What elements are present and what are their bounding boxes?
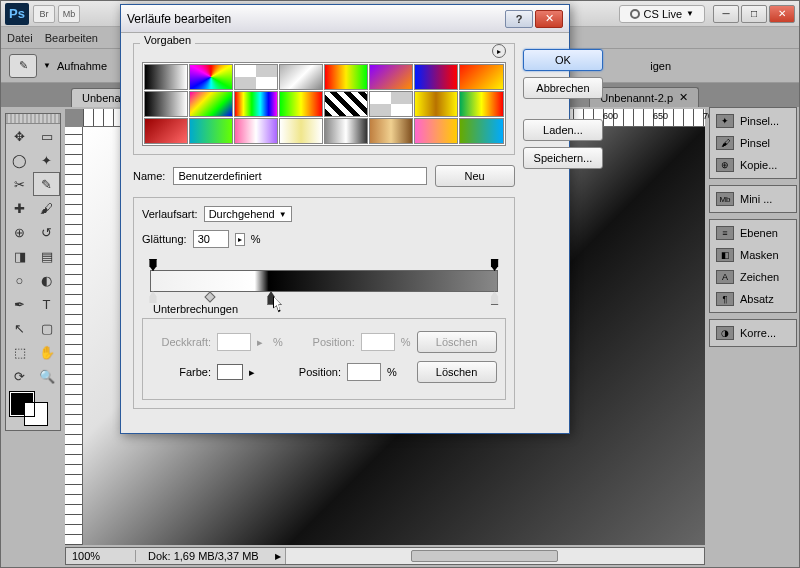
zoom-level[interactable]: 100%	[66, 550, 136, 562]
rotate-tool[interactable]: ⟳	[6, 364, 33, 388]
panel-item[interactable]: ◑Korre...	[710, 322, 796, 344]
panel-item[interactable]: ¶Absatz	[710, 288, 796, 310]
preset-swatch[interactable]	[144, 91, 188, 117]
position-input[interactable]	[347, 363, 381, 381]
menu-edit[interactable]: Bearbeiten	[45, 32, 98, 44]
chevron-right-icon[interactable]: ▸	[249, 366, 259, 379]
color-swatch[interactable]	[217, 364, 243, 380]
chevron-right-icon[interactable]: ▶	[271, 552, 285, 561]
doc-info[interactable]: Dok: 1,69 MB/3,37 MB	[136, 550, 271, 562]
preset-swatch[interactable]	[234, 64, 278, 90]
opacity-stop[interactable]	[147, 259, 159, 271]
panel-item[interactable]: MbMini ...	[710, 188, 796, 210]
chevron-down-icon[interactable]: ▼	[43, 61, 51, 70]
preset-swatch[interactable]	[189, 91, 233, 117]
preset-swatch[interactable]	[144, 118, 188, 144]
presets-menu-icon[interactable]: ▸	[492, 44, 506, 58]
shape-tool[interactable]: ▢	[33, 316, 60, 340]
preset-swatch[interactable]	[189, 64, 233, 90]
marquee-tool[interactable]: ▭	[33, 124, 60, 148]
panel-item[interactable]: AZeichen	[710, 266, 796, 288]
eyedropper-tool[interactable]: ✎	[33, 172, 60, 196]
color-swatches[interactable]	[6, 388, 60, 430]
stamp-tool[interactable]: ⊕	[6, 220, 33, 244]
scrollbar-horizontal[interactable]	[285, 548, 704, 564]
name-input[interactable]	[173, 167, 426, 185]
brush-tool[interactable]: 🖌	[33, 196, 60, 220]
preset-swatch[interactable]	[279, 91, 323, 117]
preset-swatch[interactable]	[459, 118, 503, 144]
opacity-stop[interactable]	[489, 259, 501, 271]
preset-swatch[interactable]	[369, 118, 413, 144]
dodge-tool[interactable]: ◐	[33, 268, 60, 292]
heal-tool[interactable]: ✚	[6, 196, 33, 220]
preset-swatch[interactable]	[279, 118, 323, 144]
preset-swatch[interactable]	[459, 64, 503, 90]
preset-swatch[interactable]	[324, 64, 368, 90]
move-tool[interactable]: ✥	[6, 124, 33, 148]
panel-item[interactable]: ◧Masken	[710, 244, 796, 266]
help-button[interactable]: ?	[505, 10, 533, 28]
preset-swatch[interactable]	[324, 91, 368, 117]
preset-swatch[interactable]	[144, 64, 188, 90]
panel-item[interactable]: ⊕Kopie...	[710, 154, 796, 176]
eraser-tool[interactable]: ◨	[6, 244, 33, 268]
preset-swatch[interactable]	[459, 91, 503, 117]
dialog-titlebar[interactable]: Verläufe bearbeiten ? ✕	[121, 5, 569, 33]
wand-tool[interactable]: ✦	[33, 148, 60, 172]
dialog-close-button[interactable]: ✕	[535, 10, 563, 28]
panel-item[interactable]: 🖌Pinsel	[710, 132, 796, 154]
color-stop-selected[interactable]	[265, 291, 277, 305]
cancel-button[interactable]: Abbrechen	[523, 77, 604, 99]
color-stop[interactable]	[489, 291, 501, 305]
preset-swatch[interactable]	[414, 91, 458, 117]
load-button[interactable]: Laden...	[523, 119, 604, 141]
minibridge-button[interactable]: Mb	[58, 5, 80, 23]
background-color[interactable]	[24, 402, 48, 426]
bridge-button[interactable]: Br	[33, 5, 55, 23]
type-tool[interactable]: T	[33, 292, 60, 316]
maximize-button[interactable]: □	[741, 5, 767, 23]
smoothness-input[interactable]	[193, 230, 229, 248]
gradient-editor-bar[interactable]	[142, 258, 506, 308]
panel-grip[interactable]	[6, 114, 60, 124]
new-button[interactable]: Neu	[435, 165, 515, 187]
panel-item[interactable]: ✦Pinsel...	[710, 110, 796, 132]
3d-tool[interactable]: ⬚	[6, 340, 33, 364]
minimize-button[interactable]: ─	[713, 5, 739, 23]
delete-color-stop-button[interactable]: Löschen	[417, 361, 497, 383]
ruler-vertical[interactable]	[65, 127, 83, 545]
save-button[interactable]: Speichern...	[523, 147, 604, 169]
preset-swatch[interactable]	[234, 91, 278, 117]
preset-swatch[interactable]	[414, 118, 458, 144]
hand-tool[interactable]: ✋	[33, 340, 60, 364]
path-tool[interactable]: ↖	[6, 316, 33, 340]
close-button[interactable]: ✕	[769, 5, 795, 23]
smoothness-stepper[interactable]: ▸	[235, 233, 245, 246]
eyedropper-icon[interactable]: ✎	[9, 54, 37, 78]
lasso-tool[interactable]: ◯	[6, 148, 33, 172]
gradient-bar[interactable]	[150, 270, 498, 292]
preset-swatch[interactable]	[189, 118, 233, 144]
pen-tool[interactable]: ✒	[6, 292, 33, 316]
scrollbar-thumb[interactable]	[411, 550, 557, 562]
gradient-tool[interactable]: ▤	[33, 244, 60, 268]
preset-swatch[interactable]	[414, 64, 458, 90]
close-icon[interactable]: ✕	[679, 91, 688, 104]
ok-button[interactable]: OK	[523, 49, 604, 71]
type-select[interactable]: Durchgehend▼	[204, 206, 292, 222]
preset-swatch[interactable]	[369, 91, 413, 117]
preset-swatch[interactable]	[234, 118, 278, 144]
preset-swatch[interactable]	[369, 64, 413, 90]
cslive-button[interactable]: CS Live ▼	[619, 5, 705, 23]
zoom-tool[interactable]: 🔍	[33, 364, 60, 388]
menu-file[interactable]: Datei	[7, 32, 33, 44]
blur-tool[interactable]: ○	[6, 268, 33, 292]
doc-tab-2[interactable]: Unbenannt-2.p✕	[589, 87, 699, 107]
midpoint-stop[interactable]	[205, 291, 216, 302]
preset-swatch[interactable]	[279, 64, 323, 90]
crop-tool[interactable]: ✂	[6, 172, 33, 196]
preset-swatch[interactable]	[324, 118, 368, 144]
history-brush-tool[interactable]: ↺	[33, 220, 60, 244]
panel-item[interactable]: ≡Ebenen	[710, 222, 796, 244]
